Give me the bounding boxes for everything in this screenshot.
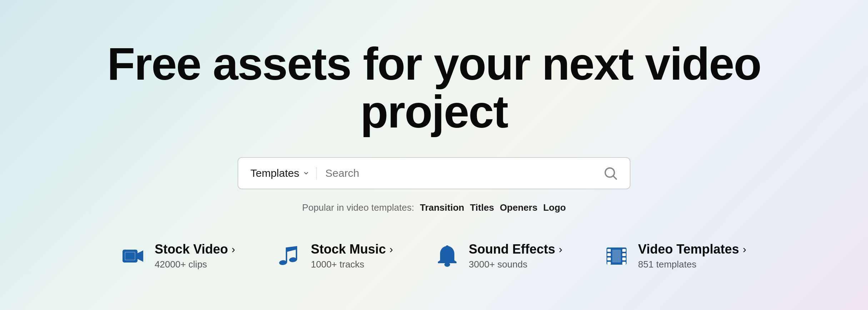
svg-rect-13 <box>622 249 626 252</box>
category-arrow: › <box>389 243 393 255</box>
music-note-icon <box>278 245 301 268</box>
category-stock-music-text: Stock Music › 1000+ tracks <box>311 242 393 270</box>
category-video-templates-sub: 851 templates <box>638 259 746 270</box>
category-stock-video-sub: 42000+ clips <box>155 259 235 270</box>
video-camera-icon <box>122 245 145 268</box>
category-arrow: › <box>743 243 746 255</box>
film-strip-icon <box>605 245 628 268</box>
svg-rect-14 <box>622 253 626 256</box>
svg-rect-10 <box>607 253 611 256</box>
categories-row: Stock Video › 42000+ clips Stock Music ›… <box>71 242 797 270</box>
popular-label: Popular in video templates: <box>302 202 414 213</box>
category-stock-music[interactable]: Stock Music › 1000+ tracks <box>278 242 393 270</box>
category-stock-video-title: Stock Video › <box>155 242 235 257</box>
popular-tag-logo[interactable]: Logo <box>543 202 566 213</box>
svg-rect-9 <box>607 249 611 252</box>
bell-icon <box>436 245 459 268</box>
hero-title: Free assets for your next video project <box>71 40 797 136</box>
svg-rect-17 <box>612 250 621 262</box>
category-stock-music-sub: 1000+ tracks <box>311 259 393 270</box>
popular-tag-openers[interactable]: Openers <box>500 202 538 213</box>
category-arrow: › <box>559 243 562 255</box>
svg-point-6 <box>444 262 450 267</box>
svg-marker-3 <box>138 250 143 262</box>
category-stock-video-text: Stock Video › 42000+ clips <box>155 242 235 270</box>
svg-rect-15 <box>622 258 626 260</box>
popular-row: Popular in video templates: Transition T… <box>302 202 566 213</box>
category-arrow: › <box>231 243 235 255</box>
category-video-templates-title: Video Templates › <box>638 242 746 257</box>
search-dropdown[interactable]: Templates <box>247 167 317 179</box>
popular-tag-titles[interactable]: Titles <box>470 202 494 213</box>
category-sound-effects-text: Sound Effects › 3000+ sounds <box>469 242 562 270</box>
category-video-templates-text: Video Templates › 851 templates <box>638 242 746 270</box>
svg-rect-11 <box>607 258 611 260</box>
svg-point-7 <box>446 245 449 248</box>
chevron-down-icon <box>303 170 309 176</box>
category-sound-effects-title: Sound Effects › <box>469 242 562 257</box>
svg-point-0 <box>605 168 614 178</box>
main-container: Free assets for your next video project … <box>0 40 868 270</box>
category-sound-effects[interactable]: Sound Effects › 3000+ sounds <box>436 242 562 270</box>
category-stock-music-title: Stock Music › <box>311 242 393 257</box>
svg-line-1 <box>614 176 617 179</box>
svg-rect-5 <box>125 252 135 260</box>
category-video-templates[interactable]: Video Templates › 851 templates <box>605 242 746 270</box>
svg-rect-16 <box>622 262 626 265</box>
popular-tag-transition[interactable]: Transition <box>420 202 464 213</box>
category-sound-effects-sub: 3000+ sounds <box>469 259 562 270</box>
dropdown-label: Templates <box>250 167 299 179</box>
svg-rect-12 <box>607 262 611 265</box>
search-bar: Templates <box>238 157 630 189</box>
search-button[interactable] <box>600 162 621 184</box>
category-stock-video[interactable]: Stock Video › 42000+ clips <box>122 242 235 270</box>
search-input[interactable] <box>317 167 600 179</box>
